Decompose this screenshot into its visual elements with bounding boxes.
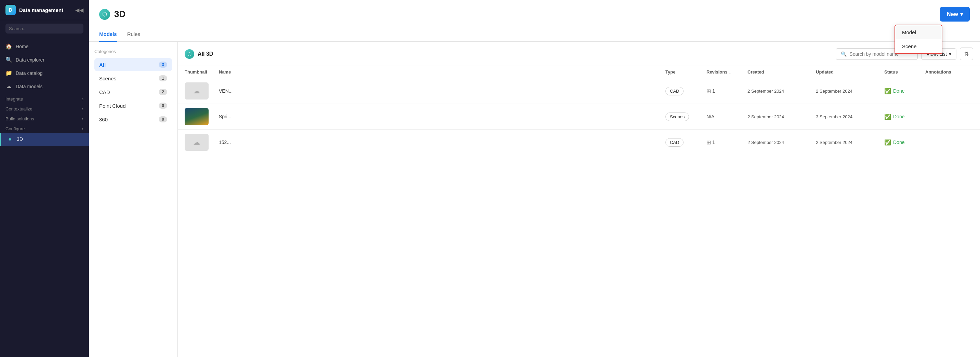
category-item-point-cloud[interactable]: Point Cloud 0 [94, 99, 172, 112]
sidebar-item-label: 3D [17, 136, 23, 142]
category-label: All [99, 62, 106, 68]
chevron-down-icon: ▾ [949, 51, 951, 57]
thumbnail: ☁ [185, 134, 208, 151]
category-item-360[interactable]: 360 0 [94, 113, 172, 126]
sort-button[interactable]: ⇅ [960, 48, 973, 60]
sidebar-item-label: Home [16, 44, 29, 49]
category-label: 360 [99, 116, 108, 123]
page-title-row: ⬡ 3D [99, 9, 126, 20]
category-badge: 0 [159, 116, 167, 123]
col-created: Created [748, 69, 816, 75]
section-label: Configure [5, 126, 25, 131]
sidebar-item-data-explorer[interactable]: 🔍 Data explorer [0, 53, 89, 66]
category-item-cad[interactable]: CAD 2 [94, 86, 172, 99]
sidebar-item-label: Data models [16, 84, 43, 89]
sidebar-search-area [0, 20, 89, 37]
category-badge: 3 [159, 62, 167, 68]
col-annotations: Annotations [925, 69, 973, 75]
all3d-label: All 3D [198, 51, 213, 57]
folder-icon: 📁 [5, 70, 12, 76]
category-item-scenes[interactable]: Scenes 1 [94, 72, 172, 85]
sidebar-search-input[interactable] [5, 24, 83, 33]
sidebar-brand: D Data management [5, 5, 63, 15]
type-badge: CAD [665, 138, 684, 147]
sidebar-item-label: Data catalog [16, 70, 43, 76]
chevron-down-icon: ▾ [960, 11, 963, 18]
sidebar-item-3d[interactable]: ● 3D [0, 133, 89, 146]
thumbnail-cell: ☁ [185, 134, 219, 151]
models-table: Thumbnail Name Type Revisions ↓ Created [178, 66, 980, 357]
sidebar-section-build-solutions[interactable]: Build solutions › [0, 113, 89, 123]
sidebar-section-configure[interactable]: Configure › [0, 123, 89, 133]
col-revisions[interactable]: Revisions ↓ [706, 69, 748, 75]
page-title: 3D [114, 9, 126, 19]
content-area: Categories All 3 Scenes 1 CAD 2 Point Cl… [89, 42, 980, 357]
chevron-right-icon: › [82, 106, 83, 112]
category-label: Scenes [99, 76, 116, 81]
check-circle-icon: ✅ [884, 113, 891, 120]
type-badge: CAD [665, 87, 684, 96]
thumbnail-cell: ☁ [185, 83, 219, 99]
updated-cell: 3 September 2024 [816, 114, 884, 120]
table-header: Thumbnail Name Type Revisions ↓ Created [178, 66, 980, 78]
new-button[interactable]: New ▾ [940, 7, 970, 22]
table-row[interactable]: ☁ VEN... CAD ⊞ 1 2 September 2024 2 Sept… [178, 78, 980, 104]
check-circle-icon: ✅ [884, 88, 891, 94]
page-icon: ⬡ [99, 9, 110, 20]
type-badge: Scenes [665, 113, 689, 121]
chevron-right-icon: › [82, 126, 83, 131]
brand-icon: D [5, 5, 16, 15]
tab-rules[interactable]: Rules [127, 27, 140, 42]
revisions-cell: ⊞ 1 [706, 139, 748, 146]
models-panel: ⬡ All 3D 🔍 View: List ▾ ⇅ [178, 42, 980, 357]
section-label: Integrate [5, 96, 23, 102]
collapse-button[interactable]: ◀◀ [75, 7, 83, 13]
name-cell: 152... [219, 140, 665, 145]
sidebar-item-data-catalog[interactable]: 📁 Data catalog [0, 66, 89, 80]
category-item-all[interactable]: All 3 [94, 58, 172, 71]
category-badge: 0 [159, 103, 167, 109]
category-badge: 2 [159, 89, 167, 95]
sort-down-icon: ↓ [729, 69, 731, 75]
table-row[interactable]: Spri... Scenes N/A 2 September 2024 3 Se… [178, 104, 980, 130]
3d-icon: ● [6, 136, 13, 142]
models-toolbar: ⬡ All 3D 🔍 View: List ▾ ⇅ [178, 42, 980, 66]
dropdown-item-scene[interactable]: Scene [895, 39, 942, 53]
check-circle-icon: ✅ [884, 139, 891, 146]
sidebar-item-data-models[interactable]: ☁ Data models [0, 80, 89, 93]
col-name: Name [219, 69, 665, 75]
sidebar-item-home[interactable]: 🏠 Home [0, 40, 89, 53]
new-button-label: New [947, 11, 958, 18]
sidebar-header: D Data management ◀◀ [0, 0, 89, 20]
sidebar-section-integrate[interactable]: Integrate › [0, 93, 89, 103]
sidebar-nav: 🏠 Home 🔍 Data explorer 📁 Data catalog ☁ … [0, 37, 89, 357]
sidebar: D Data management ◀◀ 🏠 Home 🔍 Data explo… [0, 0, 89, 357]
col-updated: Updated [816, 69, 884, 75]
table-row[interactable]: ☁ 152... CAD ⊞ 1 2 September 2024 2 Sept… [178, 130, 980, 155]
models-toolbar-left: ⬡ All 3D [185, 49, 213, 59]
dropdown-item-model[interactable]: Model [895, 25, 942, 39]
cloud-icon: ☁ [5, 83, 12, 89]
main-content: ⬡ 3D Model Scene New ▾ Models Rules Cate… [89, 0, 980, 357]
search-icon: 🔍 [841, 51, 846, 57]
all3d-icon: ⬡ [185, 49, 194, 59]
col-type: Type [665, 69, 706, 75]
chevron-right-icon: › [82, 96, 83, 102]
brand-label: Data management [19, 7, 63, 13]
main-header: ⬡ 3D Model Scene New ▾ [89, 0, 980, 22]
header-actions: Model Scene New ▾ [940, 7, 970, 22]
categories-title: Categories [94, 49, 172, 54]
search-icon: 🔍 [5, 56, 12, 63]
revisions-cell: ⊞ 1 [706, 88, 748, 94]
sidebar-section-contextualize[interactable]: Contextualize › [0, 103, 89, 113]
tab-models[interactable]: Models [99, 27, 117, 42]
col-status: Status [884, 69, 925, 75]
tabs-row: Models Rules [89, 27, 980, 42]
categories-panel: Categories All 3 Scenes 1 CAD 2 Point Cl… [89, 42, 178, 357]
col-thumbnail: Thumbnail [185, 69, 219, 75]
sort-icon: ⇅ [964, 51, 969, 57]
updated-cell: 2 September 2024 [816, 140, 884, 145]
type-cell: CAD [665, 138, 706, 147]
new-dropdown-menu: Model Scene [894, 25, 942, 54]
chevron-right-icon: › [82, 116, 83, 121]
